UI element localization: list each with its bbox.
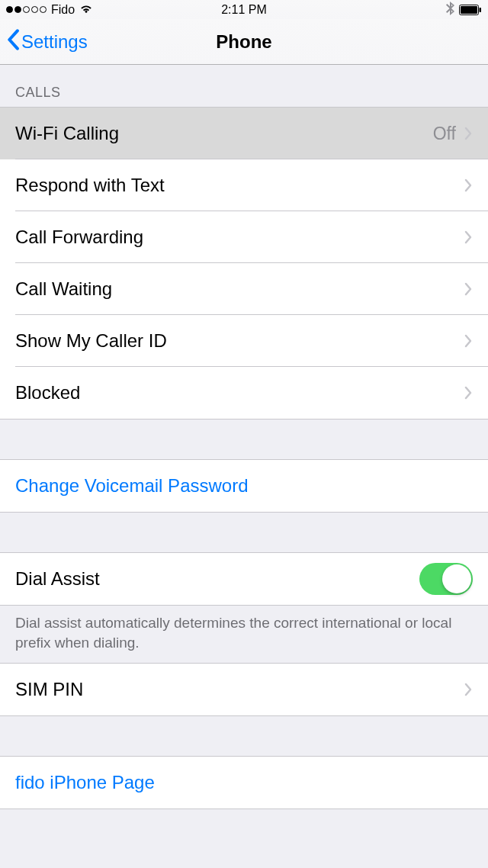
- back-button[interactable]: Settings: [6, 29, 88, 55]
- dial-assist-group: Dial Assist: [0, 552, 488, 606]
- cell-label: fido iPhone Page: [15, 772, 473, 793]
- section-header-calls: CALLS: [0, 65, 488, 107]
- nav-bar: Settings Phone: [0, 19, 488, 65]
- respond-with-text-cell[interactable]: Respond with Text: [0, 159, 488, 211]
- chevron-right-icon: [464, 282, 473, 296]
- dial-assist-footer: Dial assist automatically determines the…: [0, 606, 488, 663]
- dial-assist-cell[interactable]: Dial Assist: [0, 553, 488, 605]
- svg-rect-1: [461, 6, 477, 14]
- chevron-left-icon: [6, 29, 20, 55]
- change-voicemail-password-cell[interactable]: Change Voicemail Password: [0, 460, 488, 512]
- dial-assist-toggle[interactable]: [419, 563, 473, 595]
- cell-label: Wi-Fi Calling: [15, 123, 433, 144]
- status-time: 2:11 PM: [221, 3, 267, 17]
- carrier-page-cell[interactable]: fido iPhone Page: [0, 757, 488, 809]
- cell-label: Show My Caller ID: [15, 330, 464, 352]
- page-title: Phone: [216, 31, 271, 53]
- signal-strength-icon: [6, 6, 47, 13]
- call-waiting-cell[interactable]: Call Waiting: [0, 263, 488, 315]
- svg-rect-2: [480, 8, 482, 12]
- sim-pin-group: SIM PIN: [0, 663, 488, 716]
- cell-label: Call Waiting: [15, 278, 464, 300]
- cell-label: Call Forwarding: [15, 227, 464, 248]
- show-caller-id-cell[interactable]: Show My Caller ID: [0, 315, 488, 367]
- chevron-right-icon: [464, 127, 473, 140]
- bluetooth-icon: [446, 2, 454, 18]
- voicemail-group: Change Voicemail Password: [0, 459, 488, 513]
- cell-label: Blocked: [15, 382, 464, 403]
- wifi-calling-cell[interactable]: Wi-Fi Calling Off: [0, 108, 488, 159]
- cell-label: Dial Assist: [15, 568, 419, 590]
- cell-value: Off: [433, 124, 456, 144]
- back-label: Settings: [21, 31, 88, 53]
- carrier-label: Fido: [51, 3, 75, 17]
- cell-label: Change Voicemail Password: [15, 475, 473, 497]
- cell-label: SIM PIN: [15, 679, 464, 700]
- sim-pin-cell[interactable]: SIM PIN: [0, 664, 488, 715]
- chevron-right-icon: [464, 230, 473, 244]
- wifi-icon: [79, 3, 93, 17]
- call-forwarding-cell[interactable]: Call Forwarding: [0, 211, 488, 263]
- chevron-right-icon: [464, 386, 473, 400]
- calls-group: Wi-Fi Calling Off Respond with Text Call…: [0, 107, 488, 420]
- status-bar: Fido 2:11 PM: [0, 0, 488, 19]
- carrier-page-group: fido iPhone Page: [0, 756, 488, 809]
- battery-icon: [459, 5, 482, 15]
- blocked-cell[interactable]: Blocked: [0, 367, 488, 419]
- chevron-right-icon: [464, 683, 473, 696]
- chevron-right-icon: [464, 334, 473, 348]
- cell-label: Respond with Text: [15, 175, 464, 196]
- chevron-right-icon: [464, 178, 473, 192]
